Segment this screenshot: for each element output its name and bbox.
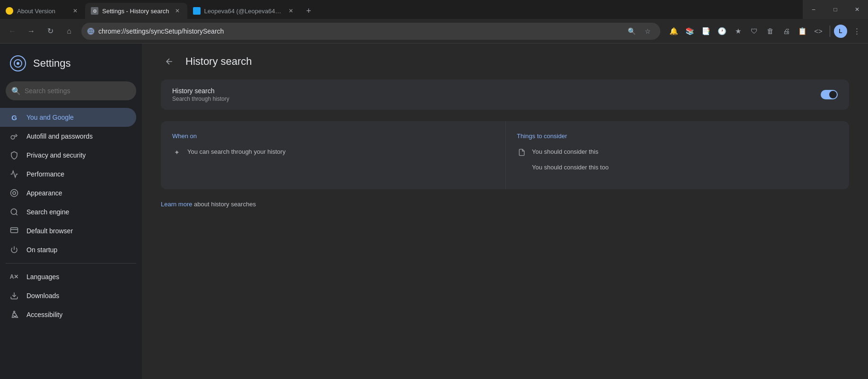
address-bar: ← → ↻ ⌂ chrome://settings/syncSetup/hist… xyxy=(0,19,868,44)
nav-divider xyxy=(6,263,136,264)
sidebar-label-you-and-google: You and Google xyxy=(26,114,74,121)
home-button[interactable]: ⌂ xyxy=(61,23,78,40)
search-url-icon[interactable]: 🔍 xyxy=(624,24,639,38)
sidebar-label-privacy: Privacy and security xyxy=(26,151,86,159)
back-button-content[interactable] xyxy=(161,53,178,70)
tab-close-settings[interactable]: ✕ xyxy=(173,7,182,15)
sidebar-label-search-engine: Search engine xyxy=(26,208,69,216)
search-wrap: 🔍 xyxy=(6,81,136,100)
maximize-button[interactable]: □ xyxy=(824,0,846,19)
learn-more-section: Learn more about history searches xyxy=(142,201,868,219)
sidebar-label-appearance: Appearance xyxy=(26,189,62,197)
tab-twitter[interactable]: Leopeva64 (@Leopeva64) / Tw... ✕ xyxy=(187,3,301,19)
sidebar-item-performance[interactable]: Performance xyxy=(0,165,136,184)
sidebar-item-downloads[interactable]: Downloads xyxy=(0,286,136,305)
settings-header: Settings xyxy=(0,51,142,81)
sparkle-icon: ✦ xyxy=(172,148,182,157)
bookmark-icon[interactable]: ☆ xyxy=(640,24,655,38)
clipboard-icon[interactable]: 📋 xyxy=(795,24,810,39)
sidebar-item-search-engine[interactable]: Search engine xyxy=(0,203,136,221)
startup-icon xyxy=(9,245,19,255)
sidebar-item-privacy[interactable]: Privacy and security xyxy=(0,146,136,165)
url-favicon xyxy=(87,27,95,35)
sidebar-item-languages[interactable]: A✕ Languages xyxy=(0,267,136,286)
window-controls: – □ ✕ xyxy=(803,0,868,19)
tab-settings[interactable]: ⚙ Settings - History search ✕ xyxy=(85,3,187,19)
history-search-row: History search Search through history xyxy=(161,79,849,110)
google-icon: G xyxy=(9,113,19,122)
profile-avatar[interactable]: L xyxy=(834,25,847,38)
settings-logo xyxy=(9,55,26,72)
sidebar-item-default-browser[interactable]: Default browser xyxy=(0,221,136,240)
forward-button[interactable]: → xyxy=(23,23,40,40)
sidebar-item-accessibility[interactable]: Accessibility xyxy=(0,305,136,324)
appearance-icon xyxy=(9,188,19,198)
code-icon[interactable]: <> xyxy=(811,24,826,39)
performance-icon xyxy=(9,169,19,179)
svg-point-6 xyxy=(13,192,16,194)
svg-rect-8 xyxy=(11,228,18,233)
search-icon: 🔍 xyxy=(11,87,21,96)
tab-close-twitter[interactable]: ✕ xyxy=(287,7,295,15)
reading-list-icon[interactable]: 📚 xyxy=(682,24,697,39)
settings-title: Settings xyxy=(33,57,71,70)
sidebar-label-performance: Performance xyxy=(26,170,64,178)
sidebar-label-default-browser: Default browser xyxy=(26,227,73,235)
sidebar-label-downloads: Downloads xyxy=(26,292,59,300)
search-input[interactable] xyxy=(6,81,136,100)
minimize-button[interactable]: – xyxy=(803,0,824,19)
history-icon[interactable]: 🕐 xyxy=(714,24,729,39)
tab-search-icon[interactable]: 📑 xyxy=(698,24,713,39)
when-on-item-1: ✦ You can search through your history xyxy=(172,147,494,157)
shield-icon[interactable]: 🛡 xyxy=(746,24,762,39)
things-to-consider-title: Things to consider xyxy=(517,132,838,140)
toggle-knob xyxy=(829,91,837,98)
key-icon xyxy=(9,132,19,141)
svg-point-4 xyxy=(11,136,15,140)
consider-item-1: You should consider this xyxy=(517,147,838,157)
svg-point-5 xyxy=(11,190,18,197)
learn-more-suffix: about history searches xyxy=(192,201,255,208)
toolbar-icons: 🔔 📚 📑 🕐 ★ 🛡 🗑 🖨 📋 <> xyxy=(666,24,826,39)
languages-icon: A✕ xyxy=(9,272,19,282)
sidebar-item-you-and-google[interactable]: G You and Google xyxy=(0,108,136,127)
things-to-consider-col: Things to consider You should consider t… xyxy=(505,121,850,189)
browser-icon xyxy=(9,226,19,236)
url-bar[interactable]: chrome://settings/syncSetup/historySearc… xyxy=(81,23,660,40)
tab-about[interactable]: About Version ✕ xyxy=(0,3,85,19)
sidebar-item-on-startup[interactable]: On startup xyxy=(0,240,136,259)
sidebar-label-accessibility: Accessibility xyxy=(26,311,62,318)
history-search-card: History search Search through history xyxy=(161,79,849,110)
tab-title-about: About Version xyxy=(17,8,67,15)
sidebar-item-appearance[interactable]: Appearance xyxy=(0,184,136,203)
url-action-icons: 🔍 ☆ xyxy=(624,24,655,38)
history-search-toggle[interactable] xyxy=(821,90,838,99)
when-on-title: When on xyxy=(172,132,494,140)
tab-favicon-twitter xyxy=(193,7,201,15)
learn-more-link[interactable]: Learn more xyxy=(161,201,192,208)
print-icon[interactable]: 🖨 xyxy=(779,24,794,39)
tab-close-about[interactable]: ✕ xyxy=(71,7,79,15)
starred-icon[interactable]: ★ xyxy=(730,24,745,39)
consider-text-2: You should consider this too xyxy=(517,163,838,172)
menu-icon[interactable]: ⋮ xyxy=(849,24,864,39)
main-layout: Settings 🔍 G You and Google Autofill and… xyxy=(0,44,868,379)
notifications-icon[interactable]: 🔔 xyxy=(666,24,681,39)
trash-icon[interactable]: 🗑 xyxy=(763,24,778,39)
titlebar: About Version ✕ ⚙ Settings - History sea… xyxy=(0,0,868,19)
reload-button[interactable]: ↻ xyxy=(42,23,59,40)
back-button[interactable]: ← xyxy=(4,23,21,40)
sidebar-item-autofill[interactable]: Autofill and passwords xyxy=(0,127,136,146)
close-button[interactable]: ✕ xyxy=(846,0,868,19)
shield-nav-icon xyxy=(9,150,19,160)
setting-info: History search Search through history xyxy=(172,87,821,102)
when-on-text-1: You can search through your history xyxy=(187,147,286,157)
info-sections: When on ✦ You can search through your hi… xyxy=(161,121,849,189)
sidebar-label-languages: Languages xyxy=(26,273,59,281)
tab-title-settings: Settings - History search xyxy=(102,8,169,15)
new-tab-button[interactable]: + xyxy=(301,3,317,19)
url-text: chrome://settings/syncSetup/historySearc… xyxy=(98,27,621,35)
document-icon xyxy=(517,148,526,157)
when-on-col: When on ✦ You can search through your hi… xyxy=(161,121,505,189)
tab-title-twitter: Leopeva64 (@Leopeva64) / Tw... xyxy=(204,8,283,15)
